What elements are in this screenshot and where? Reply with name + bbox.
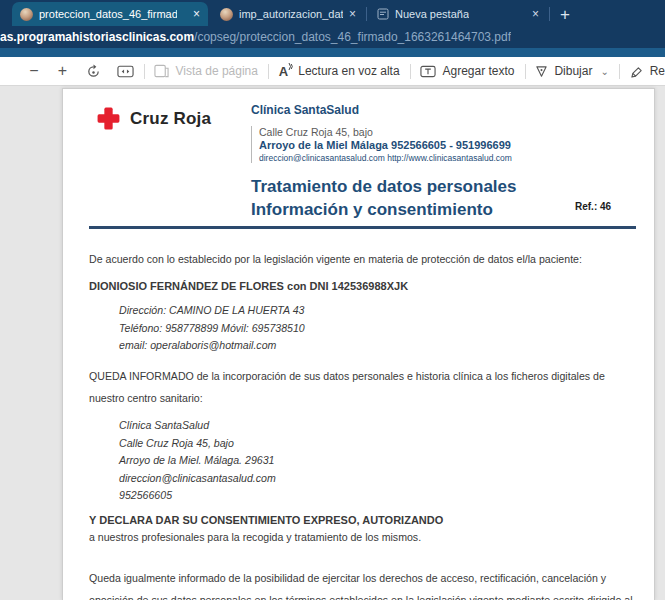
pdf-toolbar: − + Vista de página A Lectura en voz alt… xyxy=(0,57,665,86)
rotate-icon xyxy=(86,64,101,79)
tab-title: imp_autorizacion_datos_40I46F1 xyxy=(239,8,343,20)
zoom-in-button[interactable]: + xyxy=(58,63,67,79)
intro-paragraph: De acuerdo con lo establecido por la leg… xyxy=(89,253,582,265)
close-icon[interactable]: × xyxy=(526,8,539,20)
tab-divider xyxy=(366,7,367,21)
close-icon[interactable]: × xyxy=(187,8,200,20)
toolbar-separator xyxy=(268,64,269,79)
page-view-button[interactable]: Vista de página xyxy=(154,64,258,78)
read-aloud-button[interactable]: A Lectura en voz alta xyxy=(279,64,400,79)
minus-icon: − xyxy=(29,63,38,79)
title-line-1: Tratamiento de datos personales xyxy=(251,175,516,198)
draw-label: Dibujar xyxy=(554,64,592,78)
browser-tab-bar: proteccion_datos_46_firmado_16 × imp_aut… xyxy=(0,0,665,26)
clinic-header: Clínica SantaSalud Calle Cruz Roja 45, b… xyxy=(251,103,512,163)
toolbar-separator xyxy=(619,64,620,79)
draw-button[interactable]: Dibujar ⌄ xyxy=(535,64,608,78)
url-text: as.programahistoriasclinicas.com/copseg/… xyxy=(0,30,511,44)
page-view-label: Vista de página xyxy=(175,64,258,78)
fit-to-width-button[interactable] xyxy=(117,65,134,78)
close-icon[interactable]: × xyxy=(343,8,356,20)
center-line: 952566605 xyxy=(119,487,276,505)
pdf-favicon-icon xyxy=(220,8,233,21)
reference-number: Ref.: 46 xyxy=(575,201,611,212)
center-line: direccion@clinicasantasalud.com xyxy=(119,470,276,488)
pdf-favicon-icon xyxy=(20,8,33,21)
consent-rest: a nuestros profesionales para la recogid… xyxy=(89,529,443,546)
plus-icon: + xyxy=(58,63,67,79)
informed-paragraph: QUEDA INFORMADO de la incorporación de s… xyxy=(89,365,605,409)
read-aloud-icon: A xyxy=(279,64,288,79)
tab-title: proteccion_datos_46_firmado_16 xyxy=(39,8,177,20)
patient-phone: Teléfono: 958778899 Móvil: 695738510 xyxy=(119,320,305,338)
add-text-icon xyxy=(420,65,436,78)
center-line: Clínica SantaSalud xyxy=(119,417,276,435)
title-line-2: Información y consentimiento xyxy=(251,198,516,221)
add-text-button[interactable]: Agregar texto xyxy=(420,64,514,78)
highlight-label: Re xyxy=(650,64,665,78)
toolbar-separator xyxy=(410,64,411,79)
fit-width-icon xyxy=(117,65,134,78)
highlight-button[interactable]: Re xyxy=(630,64,665,78)
clinic-name: Clínica SantaSalud xyxy=(251,103,512,117)
window-accent-band xyxy=(0,48,665,57)
patient-name: DIONIOSIO FERNÁNDEZ DE FLORES con DNI 14… xyxy=(89,280,408,292)
read-aloud-label: Lectura en voz alta xyxy=(298,64,399,78)
chevron-down-icon[interactable]: ⌄ xyxy=(600,66,608,77)
url-domain: as.programahistoriasclinicas.com xyxy=(0,30,194,44)
patient-address: Dirección: CAMINO DE LA HUERTA 43 xyxy=(119,302,305,320)
rotate-button[interactable] xyxy=(86,64,101,79)
rights-paragraph: Queda igualmente informado de la posibil… xyxy=(89,567,633,600)
address-bar[interactable]: as.programahistoriasclinicas.com/copseg/… xyxy=(0,26,665,48)
highlighter-icon xyxy=(630,65,644,78)
patient-email: email: operalaboris@hotmail.com xyxy=(119,337,305,355)
toolbar-separator xyxy=(525,64,526,79)
tab-nueva-pestana[interactable]: Nueva pestaña × xyxy=(369,2,547,26)
tab-title: Nueva pestaña xyxy=(395,8,469,20)
patient-details: Dirección: CAMINO DE LA HUERTA 43 Teléfo… xyxy=(119,302,305,355)
clinic-address-block: Calle Cruz Roja 45, bajo Arroyo de la Mi… xyxy=(251,126,512,163)
center-line: Arroyo de la Miel. Málaga. 29631 xyxy=(119,452,276,470)
address-line: direccion@clinicasantasalud.com http://w… xyxy=(259,153,512,163)
pen-icon xyxy=(535,65,548,78)
informed-line: nuestro centro sanitario: xyxy=(89,387,605,409)
logo-text: Cruz Roja xyxy=(130,109,211,129)
tab-imp-autorizacion[interactable]: imp_autorizacion_datos_40I46F1 × xyxy=(212,2,364,26)
center-line: Calle Cruz Roja 45, bajo xyxy=(119,435,276,453)
rights-line: Queda igualmente informado de la posibil… xyxy=(89,567,633,589)
document-title: Tratamiento de datos personales Informac… xyxy=(251,175,516,221)
address-line: Arroyo de la Miel Málaga 952566605 - 951… xyxy=(259,139,512,151)
new-tab-page-icon xyxy=(377,8,389,20)
cruz-roja-logo: Cruz Roja xyxy=(96,106,211,131)
tab-divider xyxy=(549,7,550,21)
pdf-page: Cruz Roja Clínica SantaSalud Calle Cruz … xyxy=(62,88,655,600)
zoom-out-button[interactable]: − xyxy=(29,63,38,79)
page-view-icon xyxy=(154,64,169,78)
tab-proteccion-datos[interactable]: proteccion_datos_46_firmado_16 × xyxy=(12,2,208,26)
toolbar-separator xyxy=(144,64,145,79)
informed-line: QUEDA INFORMADO de la incorporación de s… xyxy=(89,365,605,387)
url-path: /copseg/proteccion_datos_46_firmado_1663… xyxy=(194,30,511,44)
add-text-label: Agregar texto xyxy=(442,64,514,78)
new-tab-button[interactable]: + xyxy=(560,6,570,23)
address-line: Calle Cruz Roja 45, bajo xyxy=(259,126,512,138)
consent-paragraph: Y DECLARA DAR SU CONSENTIMIENTO EXPRESO,… xyxy=(89,512,443,546)
red-cross-icon xyxy=(96,106,121,131)
header-rule xyxy=(89,226,636,229)
consent-declaration: Y DECLARA DAR SU CONSENTIMIENTO EXPRESO,… xyxy=(89,512,443,529)
center-details: Clínica SantaSalud Calle Cruz Roja 45, b… xyxy=(119,417,276,505)
pdf-viewer-canvas[interactable]: Cruz Roja Clínica SantaSalud Calle Cruz … xyxy=(0,86,665,600)
rights-line: oposición de sus datos personales en los… xyxy=(89,589,633,600)
